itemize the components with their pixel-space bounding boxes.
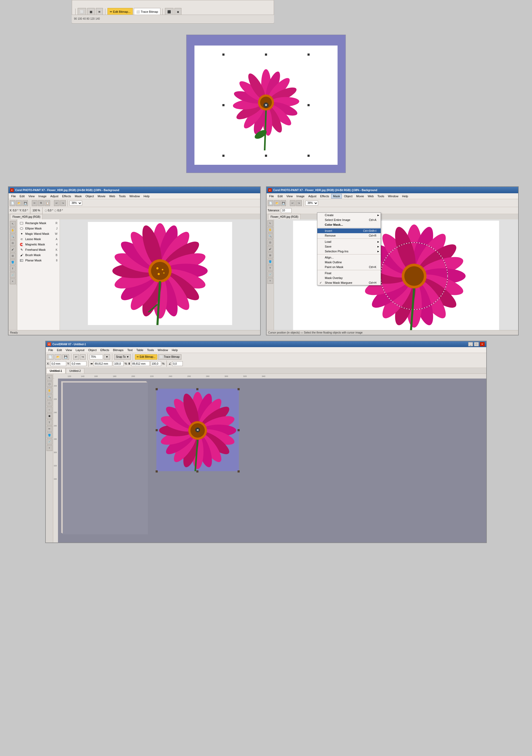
tb-undo-r[interactable]: ↩ <box>290 200 295 206</box>
plus-tool-r[interactable]: + <box>267 278 273 284</box>
cd-edit-bitmap[interactable]: ✏ Edit Bitmap... <box>135 354 157 360</box>
menu-tools-l[interactable]: Tools <box>117 194 127 198</box>
mask-selection-plugins[interactable]: Selection Plug-Ins <box>317 249 381 254</box>
cd-w-pct-input[interactable] <box>113 361 124 366</box>
eyedrop-tool[interactable]: 💉 <box>10 272 16 278</box>
tb-paste[interactable]: 📋 <box>44 200 50 206</box>
text-tool[interactable]: T <box>10 266 16 272</box>
cd-menu-help[interactable]: Help <box>170 348 180 352</box>
mask-remove[interactable]: Remove Ctrl+R <box>317 233 381 238</box>
menu-effects-r[interactable]: Effects <box>319 194 331 198</box>
text-tool-r[interactable]: T <box>267 265 273 271</box>
cd-angle-input[interactable] <box>172 361 183 366</box>
cd-tab-untitled2[interactable]: Untitled-2 <box>66 368 84 373</box>
mask-color-mask[interactable]: Color Mask... <box>317 222 381 227</box>
cd-node-tool[interactable]: ⬡ <box>46 381 52 387</box>
mask-tool-freehand[interactable]: ✎ Freehand Mask K <box>18 247 59 252</box>
cd-zoom-tool-l[interactable]: 🔍 <box>46 394 52 400</box>
cd-menu-window[interactable]: Window <box>156 348 170 352</box>
tb-open[interactable]: 📂 <box>16 200 22 206</box>
cd-y-input[interactable] <box>70 361 87 366</box>
menu-file-r[interactable]: File <box>267 194 276 198</box>
cd-new[interactable]: 📄 <box>47 354 54 360</box>
menu-edit-r[interactable]: Edit <box>276 194 284 198</box>
tb-copy[interactable]: ⧉ <box>38 200 44 206</box>
mask-tool-magnetic[interactable]: 🧲 Magnetic Mask 4 <box>18 242 59 247</box>
cd-x-input[interactable] <box>50 361 66 366</box>
cd-rect-tool[interactable]: □ <box>46 400 52 406</box>
menu-window-r[interactable]: Window <box>386 194 400 198</box>
menu-object-l[interactable]: Object <box>84 194 95 198</box>
toolbar-btn-2[interactable]: ▦ <box>87 8 95 15</box>
cd-menu-object[interactable]: Object <box>87 348 98 352</box>
tolerance-input-r[interactable] <box>281 208 291 213</box>
cd-zoom-input[interactable] <box>89 355 103 359</box>
select-tool-r[interactable]: ↖ <box>267 220 273 226</box>
mask-tool-lasso[interactable]: ⊂ Lasso Mask A <box>18 236 59 242</box>
cd-menu-file[interactable]: File <box>47 348 55 352</box>
zoom-select-r[interactable]: 38% <box>305 201 318 205</box>
doc-tab-right[interactable]: Flower_HDR.jpg (RGB) <box>268 214 301 219</box>
menu-tools-r[interactable]: Tools <box>376 194 386 198</box>
mask-create[interactable]: Create <box>317 213 381 218</box>
mask-tool-rectangle[interactable]: Rectangle Mask R <box>18 220 59 226</box>
cd-redo[interactable]: ↪ <box>80 354 86 360</box>
tb-save-r[interactable]: 💾 <box>280 200 286 206</box>
cd-pan-tool[interactable]: ✋ <box>46 388 52 393</box>
menu-movie-l[interactable]: Movie <box>96 194 107 198</box>
maximize-btn[interactable]: □ <box>474 342 479 346</box>
pan-tool[interactable]: ✋ <box>10 227 16 233</box>
cd-plus-tool[interactable]: + <box>46 445 52 451</box>
menu-view-l[interactable]: View <box>27 194 37 198</box>
menu-adjust-r[interactable]: Adjust <box>307 194 318 198</box>
cd-eye-tool[interactable]: 💉 <box>46 439 52 445</box>
handle-top-left[interactable] <box>222 53 225 56</box>
cd-open[interactable]: 📂 <box>55 354 62 360</box>
trace-bitmap-btn[interactable]: ⬜ Trace Bitmap <box>134 8 161 15</box>
cd-polygon-tool[interactable]: ⬟ <box>46 413 52 419</box>
zoom-tool[interactable]: 🔍 <box>10 234 16 240</box>
cd-menu-bitmaps[interactable]: Bitmaps <box>112 348 125 352</box>
handle-bottom-middle[interactable] <box>265 154 267 157</box>
mask-float[interactable]: Float <box>317 271 381 276</box>
pan-tool-r[interactable]: ✋ <box>267 227 273 233</box>
cd-menu-tools[interactable]: Tools <box>145 348 156 352</box>
edit-bitmap-btn[interactable]: ✏ Edit Bitmap... <box>108 8 133 15</box>
close-btn[interactable]: ✕ <box>480 342 485 346</box>
handle-top-middle[interactable] <box>265 53 267 56</box>
cd-pen-tool[interactable]: ✏ <box>46 426 52 432</box>
menu-object-r[interactable]: Object <box>342 194 354 198</box>
menu-mask-r[interactable]: Mask <box>331 194 342 199</box>
cd-save[interactable]: 💾 <box>62 354 69 360</box>
eraser-tool-r[interactable]: ⊟ <box>267 252 273 258</box>
toolbar-btn-3[interactable]: ≋ <box>96 8 103 15</box>
mask-load[interactable]: Load <box>317 239 381 244</box>
fill-tool-r[interactable]: 🪣 <box>267 259 273 265</box>
handle-bottom-left[interactable] <box>222 154 225 157</box>
menu-file-l[interactable]: File <box>10 194 17 198</box>
menu-web-r[interactable]: Web <box>366 194 375 198</box>
mask-align[interactable]: Align... <box>317 255 381 260</box>
eyedrop-tool-r[interactable]: 💉 <box>267 272 273 277</box>
doc-tab-left[interactable]: Flower_HDR.jpg (RGB) <box>10 214 42 219</box>
crop-tool-r[interactable]: ⊡ <box>267 240 273 245</box>
tb-new[interactable]: 📄 <box>10 200 15 206</box>
mask-show-marguee[interactable]: Show Mask Marguee Ctrl+H <box>317 280 381 285</box>
paint-tool[interactable]: 🖌 <box>10 247 16 252</box>
cd-menu-view[interactable]: View <box>64 348 74 352</box>
toolbar-btn-1[interactable]: ⬜ <box>78 8 86 15</box>
tb-new-r[interactable]: 📄 <box>267 200 273 206</box>
tb-cut[interactable]: ✂ <box>32 200 38 206</box>
cd-select-tool[interactable]: ↖ <box>46 375 52 381</box>
cd-trace-bitmap[interactable]: ⬜ Trace Bitmap <box>158 354 181 360</box>
cd-undo[interactable]: ↩ <box>73 354 79 360</box>
toolbar-btn-4[interactable]: ⬛ <box>165 8 173 15</box>
toolbar-btn-5[interactable]: ◈ <box>174 8 181 15</box>
handle-bottom-right[interactable] <box>307 154 310 157</box>
zoom-tool-r[interactable]: 🔍 <box>267 233 273 239</box>
mask-tool-planar[interactable]: Planar Mask 8 <box>18 258 59 263</box>
menu-image-l[interactable]: Image <box>37 194 48 198</box>
tb-undo[interactable]: ↩ <box>54 200 60 206</box>
tb-redo-r[interactable]: ↪ <box>296 200 302 206</box>
cd-w-input[interactable] <box>94 361 112 366</box>
